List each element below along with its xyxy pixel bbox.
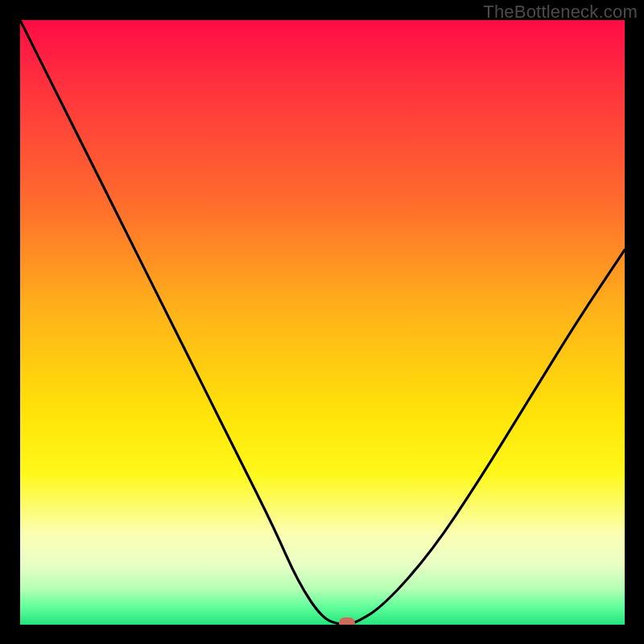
curve-path (20, 20, 625, 625)
watermark-text: TheBottleneck.com (483, 2, 638, 23)
plot-area (20, 20, 625, 625)
chart-frame: TheBottleneck.com (0, 0, 644, 644)
optimal-point-marker (339, 617, 355, 625)
bottleneck-curve (20, 20, 625, 625)
